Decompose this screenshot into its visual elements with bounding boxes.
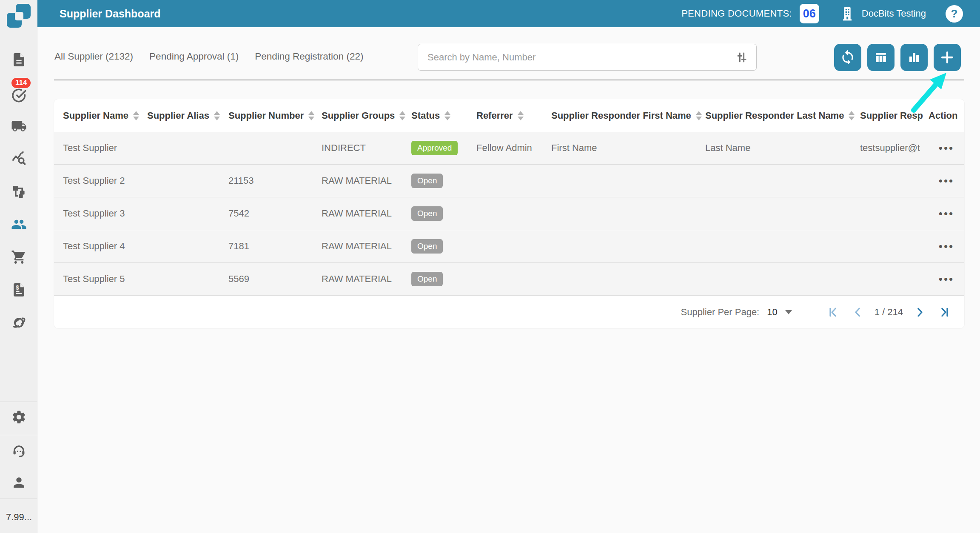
cell-status: Open [411,272,476,286]
page-indicator: 1 / 214 [875,307,903,318]
search-bar [418,44,757,71]
cell-supplier-groups: RAW MATERIAL [322,274,411,285]
integrations-orbit-icon [11,315,27,331]
pending-documents-count-badge[interactable]: 06 [800,4,819,23]
sort-icon [518,111,524,120]
suppliers-people-icon [11,217,27,232]
column-header-supplier-groups[interactable]: Supplier Groups [322,110,411,121]
sidebar-item-settings[interactable] [0,405,37,429]
column-header-responder-email[interactable]: Supplier Resp [860,110,929,121]
cell-supplier-number: 21153 [228,175,322,186]
cell-supplier-groups: RAW MATERIAL [322,208,411,219]
cell-supplier-name: Test Supplier 2 [63,175,147,186]
help-icon[interactable]: ? [946,5,963,23]
row-action-menu-icon[interactable]: ••• [937,271,956,287]
cell-status: Approved [411,141,476,155]
organization-name: DocBits Testing [862,8,926,19]
per-page-dropdown[interactable]: 10 [767,307,792,318]
cell-responder-first-name: First Name [551,143,705,154]
row-action-menu-icon[interactable]: ••• [937,173,956,189]
table-columns-icon [873,49,889,66]
first-page-button[interactable] [828,306,840,319]
cell-action: ••• [929,271,964,287]
sort-icon [696,111,702,120]
tab-pending-registration[interactable]: Pending Registration (22) [255,51,363,62]
row-action-menu-icon[interactable]: ••• [937,205,956,222]
cell-supplier-name: Test Supplier [63,143,147,154]
next-page-button[interactable] [913,306,926,319]
column-header-status[interactable]: Status [411,110,476,121]
cell-status: Open [411,174,476,188]
top-bar-right: PENDING DOCUMENTS: 06 DocBits Testing ? [681,4,963,23]
column-header-referrer[interactable]: Referrer [476,110,551,121]
cell-supplier-groups: RAW MATERIAL [322,175,411,186]
sidebar-item-suppliers[interactable] [0,212,37,236]
column-header-responder-first-name[interactable]: Supplier Responder First Name [551,110,705,121]
table-row: Test Supplier 2 21153 RAW MATERIAL Open … [54,165,964,197]
status-badge: Open [411,174,443,188]
cell-action: ••• [929,205,964,222]
previous-page-button[interactable] [852,306,864,319]
support-headset-icon [11,443,27,459]
app-logo[interactable] [6,3,31,29]
supplier-tabs: All Supplier (2132) Pending Approval (1)… [37,27,363,86]
status-badge: Approved [411,141,458,155]
sidebar-item-invoices[interactable]: $ [0,278,37,302]
status-badge: Open [411,239,443,254]
approvals-count-badge: 114 [11,78,31,88]
tab-pending-approval[interactable]: Pending Approval (1) [149,51,239,62]
sort-icon [214,111,220,120]
row-action-menu-icon[interactable]: ••• [937,140,956,156]
cell-supplier-name: Test Supplier 5 [63,274,147,285]
svg-text:$: $ [16,284,19,291]
sidebar-item-integrations[interactable] [0,311,37,334]
filter-tune-icon[interactable] [735,51,749,64]
table-row: Test Supplier 3 7542 RAW MATERIAL Open •… [54,197,964,230]
cell-supplier-name: Test Supplier 4 [63,241,147,252]
settings-gear-icon [11,409,27,425]
columns-view-button[interactable] [867,44,895,71]
column-header-supplier-name[interactable]: Supplier Name [63,110,147,121]
search-input[interactable] [427,52,735,63]
sidebar-item-analytics[interactable] [0,146,37,170]
sidebar: 114 [0,0,37,533]
first-page-icon [828,306,840,319]
sidebar-divider [0,435,37,435]
sidebar-item-documents[interactable] [0,48,37,71]
sync-icon [840,49,856,66]
logo-square-center [15,12,23,20]
sidebar-item-profile[interactable] [0,470,37,494]
cell-action: ••• [929,173,964,189]
cell-supplier-number: 7181 [228,241,322,252]
organization-selector[interactable]: DocBits Testing [839,5,926,22]
sidebar-item-support[interactable] [0,439,37,463]
refresh-button[interactable] [834,44,861,71]
building-icon [839,5,856,22]
sidebar-item-purchases[interactable] [0,245,37,269]
status-badge: Open [411,272,443,286]
sidebar-divider [0,402,37,402]
column-header-responder-last-name[interactable]: Supplier Responder Last Name [705,110,860,121]
sidebar-item-workflow[interactable] [0,180,37,203]
sort-icon [399,111,405,120]
add-supplier-button[interactable] [934,44,961,71]
bar-chart-icon [906,49,922,66]
column-header-supplier-number[interactable]: Supplier Number [228,110,322,121]
row-action-menu-icon[interactable]: ••• [937,238,956,254]
sidebar-item-shipments[interactable] [0,114,37,138]
last-page-button[interactable] [937,306,950,319]
app-version-text: 7.99... [6,512,32,523]
table-row: Test Supplier 4 7181 RAW MATERIAL Open •… [54,230,964,263]
shipping-truck-icon [11,118,27,134]
status-badge: Open [411,206,443,221]
tab-all-supplier[interactable]: All Supplier (2132) [54,51,133,62]
column-header-supplier-alias[interactable]: Supplier Alias [147,110,228,121]
cell-responder-email: testsupplier@t [860,143,929,154]
sort-icon [444,111,450,120]
sort-icon [849,111,855,120]
chart-view-button[interactable] [900,44,928,71]
cell-supplier-number: 7542 [228,208,322,219]
pagination-bar: Supplier Per Page: 10 1 / 214 [54,296,964,328]
table-row: Test Supplier INDIRECT Approved Fellow A… [54,132,964,165]
top-bar: Supplier Dashboard PENDING DOCUMENTS: 06… [37,0,980,27]
